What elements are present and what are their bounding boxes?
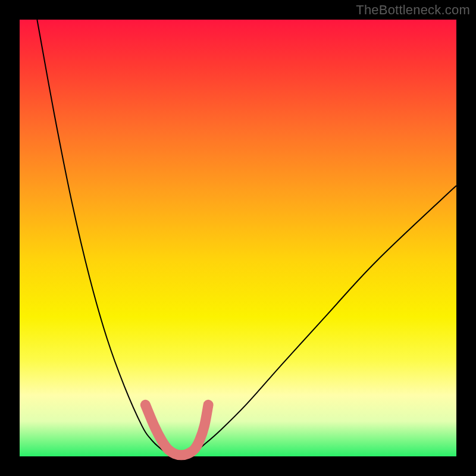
optimal-zone-end-dot — [205, 401, 212, 409]
optimal-zone-markers — [142, 401, 212, 455]
curve-layer — [37, 20, 456, 456]
optimal-zone-end-dot — [142, 401, 149, 409]
watermark-text: TheBottleneck.com — [356, 2, 470, 18]
chart-frame: TheBottleneck.com — [0, 0, 476, 476]
curves-svg — [20, 20, 456, 456]
bottleneck-plot — [20, 20, 456, 456]
optimal-zone-path — [145, 405, 208, 455]
bottleneck-curve-right — [177, 186, 456, 456]
bottleneck-curve-left — [37, 20, 177, 456]
